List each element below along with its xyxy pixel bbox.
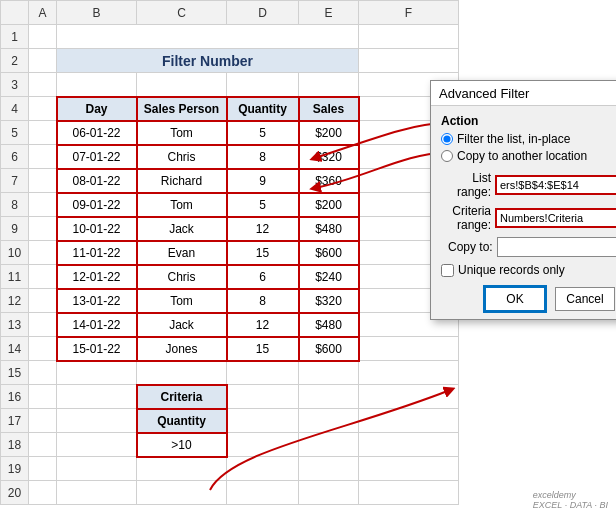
cell-c11[interactable]: Chris <box>137 265 227 289</box>
cell-a6[interactable] <box>29 145 57 169</box>
cell-a15[interactable] <box>29 361 57 385</box>
cell-a9[interactable] <box>29 217 57 241</box>
cell-e5[interactable]: $200 <box>299 121 359 145</box>
cell-b9[interactable]: 10-01-22 <box>57 217 137 241</box>
cell-f17[interactable] <box>359 409 459 433</box>
cell-b14[interactable]: 15-01-22 <box>57 337 137 361</box>
cell-f18[interactable] <box>359 433 459 457</box>
cell-a13[interactable] <box>29 313 57 337</box>
cell-d19[interactable] <box>227 457 299 481</box>
cell-e20[interactable] <box>299 481 359 505</box>
cell-b8[interactable]: 09-01-22 <box>57 193 137 217</box>
col-header-b[interactable]: B <box>57 1 137 25</box>
cell-b12[interactable]: 13-01-22 <box>57 289 137 313</box>
cell-a14[interactable] <box>29 337 57 361</box>
cell-d18[interactable] <box>227 433 299 457</box>
cell-a19[interactable] <box>29 457 57 481</box>
cell-d4-quantity[interactable]: Quantity <box>227 97 299 121</box>
cell-e13[interactable]: $480 <box>299 313 359 337</box>
cell-c16-criteria[interactable]: Criteria <box>137 385 227 409</box>
cell-f2[interactable] <box>359 49 459 73</box>
cell-d7[interactable]: 9 <box>227 169 299 193</box>
list-range-input[interactable] <box>495 175 616 195</box>
cell-a4[interactable] <box>29 97 57 121</box>
cell-b11[interactable]: 12-01-22 <box>57 265 137 289</box>
radio-filter-inplace-input[interactable] <box>441 133 453 145</box>
cell-e8[interactable]: $200 <box>299 193 359 217</box>
cell-d13[interactable]: 12 <box>227 313 299 337</box>
cell-c8[interactable]: Tom <box>137 193 227 217</box>
col-header-e[interactable]: E <box>299 1 359 25</box>
cell-a12[interactable] <box>29 289 57 313</box>
cell-d12[interactable]: 8 <box>227 289 299 313</box>
cell-a3[interactable] <box>29 73 57 97</box>
cell-a5[interactable] <box>29 121 57 145</box>
cell-c13[interactable]: Jack <box>137 313 227 337</box>
cell-b4-day[interactable]: Day <box>57 97 137 121</box>
cell-b18[interactable] <box>57 433 137 457</box>
unique-records-checkbox[interactable] <box>441 264 454 277</box>
cell-b13[interactable]: 14-01-22 <box>57 313 137 337</box>
cell-e7[interactable]: $360 <box>299 169 359 193</box>
cell-a20[interactable] <box>29 481 57 505</box>
cell-a11[interactable] <box>29 265 57 289</box>
cancel-button[interactable]: Cancel <box>555 287 615 311</box>
cell-d3[interactable] <box>227 73 299 97</box>
cell-f20[interactable] <box>359 481 459 505</box>
cell-e15[interactable] <box>299 361 359 385</box>
cell-f19[interactable] <box>359 457 459 481</box>
radio-copy-location[interactable]: Copy to another location <box>441 149 616 163</box>
cell-e6[interactable]: $320 <box>299 145 359 169</box>
cell-e4-sales[interactable]: Sales <box>299 97 359 121</box>
cell-a18[interactable] <box>29 433 57 457</box>
cell-d11[interactable]: 6 <box>227 265 299 289</box>
col-header-a[interactable]: A <box>29 1 57 25</box>
cell-a16[interactable] <box>29 385 57 409</box>
cell-e9[interactable]: $480 <box>299 217 359 241</box>
cell-c6[interactable]: Chris <box>137 145 227 169</box>
cell-b16[interactable] <box>57 385 137 409</box>
col-header-f[interactable]: F <box>359 1 459 25</box>
cell-e3[interactable] <box>299 73 359 97</box>
cell-f15[interactable] <box>359 361 459 385</box>
cell-d8[interactable]: 5 <box>227 193 299 217</box>
cell-c7[interactable]: Richard <box>137 169 227 193</box>
cell-d5[interactable]: 5 <box>227 121 299 145</box>
cell-e10[interactable]: $600 <box>299 241 359 265</box>
cell-b17[interactable] <box>57 409 137 433</box>
col-header-d[interactable]: D <box>227 1 299 25</box>
cell-c18-value[interactable]: >10 <box>137 433 227 457</box>
cell-e16[interactable] <box>299 385 359 409</box>
cell-b6[interactable]: 07-01-22 <box>57 145 137 169</box>
cell-a1[interactable] <box>29 25 57 49</box>
cell-d6[interactable]: 8 <box>227 145 299 169</box>
cell-c20[interactable] <box>137 481 227 505</box>
cell-b3[interactable] <box>57 73 137 97</box>
cell-d16[interactable] <box>227 385 299 409</box>
cell-b19[interactable] <box>57 457 137 481</box>
radio-copy-location-input[interactable] <box>441 150 453 162</box>
cell-e17[interactable] <box>299 409 359 433</box>
cell-c19[interactable] <box>137 457 227 481</box>
cell-b5[interactable]: 06-01-22 <box>57 121 137 145</box>
cell-b20[interactable] <box>57 481 137 505</box>
cell-c17-quantity[interactable]: Quantity <box>137 409 227 433</box>
cell-d14[interactable]: 15 <box>227 337 299 361</box>
cell-f16[interactable] <box>359 385 459 409</box>
cell-c15[interactable] <box>137 361 227 385</box>
cell-e18[interactable] <box>299 433 359 457</box>
cell-e11[interactable]: $240 <box>299 265 359 289</box>
cell-c4-salesperson[interactable]: Sales Person <box>137 97 227 121</box>
radio-filter-inplace[interactable]: Filter the list, in-place <box>441 132 616 146</box>
cell-d15[interactable] <box>227 361 299 385</box>
cell-c10[interactable]: Evan <box>137 241 227 265</box>
cell-c5[interactable]: Tom <box>137 121 227 145</box>
copy-to-input[interactable] <box>497 237 616 257</box>
ok-button[interactable]: OK <box>485 287 545 311</box>
cell-c3[interactable] <box>137 73 227 97</box>
cell-a7[interactable] <box>29 169 57 193</box>
cell-b7[interactable]: 08-01-22 <box>57 169 137 193</box>
cell-d17[interactable] <box>227 409 299 433</box>
cell-e14[interactable]: $600 <box>299 337 359 361</box>
cell-a17[interactable] <box>29 409 57 433</box>
